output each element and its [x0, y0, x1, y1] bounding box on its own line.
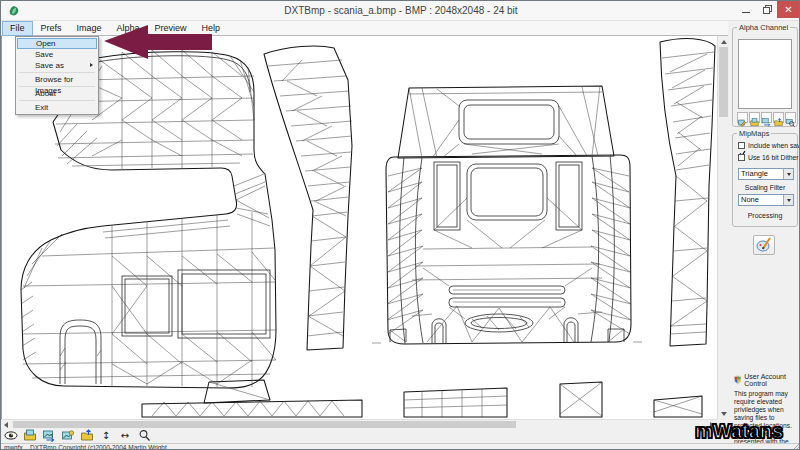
submenu-arrow-icon	[90, 63, 93, 67]
zoom-icon	[138, 429, 151, 442]
preview-eye-icon	[4, 429, 18, 442]
filter-combobox-value: Triangle	[741, 169, 768, 178]
alpha-import-icon	[750, 118, 759, 127]
menu-separator	[19, 72, 95, 73]
reload-image-button[interactable]	[42, 429, 56, 442]
alpha-channel-group: Alpha Channel	[732, 27, 798, 127]
stretch-vertical-button[interactable]: ↕	[99, 429, 113, 442]
resize-grip-icon[interactable]	[791, 444, 800, 450]
alpha-edit-icon	[738, 118, 747, 127]
scaling-combobox-value: None	[741, 195, 759, 204]
status-text: mwgfx....DXTBmp Copyright (c)2000-2004 M…	[4, 444, 167, 450]
menu-prefs[interactable]: Prefs	[34, 21, 69, 36]
file-menu-save[interactable]: Save	[17, 49, 97, 60]
watermark: mWatans	[695, 420, 783, 443]
palette-icon	[756, 237, 772, 253]
menu-separator	[19, 100, 95, 101]
scroll-down-icon[interactable]	[721, 412, 727, 416]
include-when-saving-checkbox[interactable]	[738, 142, 745, 149]
horizontal-scroll-thumb[interactable]	[13, 421, 516, 428]
mipmaps-title: MipMaps	[737, 129, 771, 138]
send-to-editor-button[interactable]	[753, 235, 775, 255]
filter-combobox[interactable]: Triangle	[738, 168, 794, 180]
reload-image-icon	[42, 429, 56, 442]
alpha-export-button[interactable]	[773, 112, 784, 123]
alpha-import-button[interactable]	[749, 112, 760, 123]
save-image-icon	[80, 429, 94, 442]
alpha-export-icon	[774, 118, 783, 127]
uac-shield-icon	[734, 375, 741, 385]
open-image-button[interactable]	[23, 429, 37, 442]
right-panel: Alpha Channel MipMaps Include when savin…	[728, 21, 800, 443]
vertical-scroll-thumb[interactable]	[719, 47, 728, 117]
maximize-button[interactable]	[758, 1, 776, 18]
stretch-horizontal-icon: ↔	[121, 429, 129, 442]
bottom-toolbar: ↕ ↔	[1, 428, 728, 443]
send-to-editor-toolbar-button[interactable]	[61, 429, 75, 442]
alpha-view-button[interactable]	[785, 112, 796, 123]
save-image-button[interactable]	[80, 429, 94, 442]
zoom-button[interactable]	[137, 429, 151, 442]
scaling-combobox[interactable]: None	[738, 194, 794, 206]
send-to-editor-icon	[61, 429, 75, 442]
minimize-button[interactable]	[737, 1, 755, 18]
alpha-channel-title: Alpha Channel	[737, 23, 790, 32]
vertical-scrollbar[interactable]	[717, 36, 728, 419]
file-menu-exit[interactable]: Exit	[17, 102, 97, 113]
close-button[interactable]: ✕	[777, 1, 800, 18]
alpha-view-icon	[786, 118, 795, 127]
close-icon: ✕	[784, 1, 792, 18]
mipmaps-group: MipMaps Include when saving Use 16 bit D…	[732, 133, 798, 227]
minimize-icon	[742, 12, 750, 13]
alpha-swap-button[interactable]	[761, 112, 772, 123]
chevron-down-icon[interactable]	[783, 169, 793, 179]
file-menu-open[interactable]: Open	[17, 38, 97, 49]
window-title: DXTBmp - scania_a.bmp - BMP : 2048x2048 …	[1, 5, 800, 16]
scroll-up-icon[interactable]	[721, 40, 727, 44]
wireframe-texture	[2, 36, 718, 419]
include-when-saving-label: Include when saving	[748, 142, 800, 149]
open-image-icon	[23, 429, 37, 442]
file-menu-save-as-label: Save as	[35, 61, 64, 70]
stretch-vertical-icon: ↕	[102, 429, 110, 442]
scaling-filter-label: Scaling Filter	[733, 184, 797, 191]
file-menu-save-as[interactable]: Save as	[17, 60, 97, 71]
uac-title: User Account Control	[744, 373, 798, 387]
file-menu-about[interactable]: About	[17, 88, 97, 99]
title-bar: DXTBmp - scania_a.bmp - BMP : 2048x2048 …	[1, 1, 800, 21]
annotation-arrow	[101, 21, 216, 63]
use-16bit-dither-label: Use 16 bit Dither	[748, 154, 799, 161]
processing-label: Processing	[733, 212, 797, 219]
chevron-down-icon[interactable]	[783, 195, 793, 205]
file-menu-browse[interactable]: Browse for Images	[17, 74, 97, 85]
status-bar: mwgfx....DXTBmp Copyright (c)2000-2004 M…	[1, 443, 800, 450]
horizontal-scrollbar[interactable]	[1, 419, 717, 428]
preview-eye-button[interactable]	[4, 429, 18, 442]
alpha-swap-icon	[762, 118, 771, 127]
image-canvas[interactable]	[1, 36, 717, 419]
alpha-preview-area[interactable]	[738, 39, 792, 109]
use-16bit-dither-checkbox[interactable]	[738, 154, 745, 161]
alpha-edit-button[interactable]	[737, 112, 748, 123]
restore-icon	[763, 5, 772, 14]
menu-file[interactable]: File	[2, 21, 33, 36]
stretch-horizontal-button[interactable]: ↔	[118, 429, 132, 442]
file-menu-dropdown: Open Save Save as Browse for Images Abou…	[15, 36, 99, 115]
